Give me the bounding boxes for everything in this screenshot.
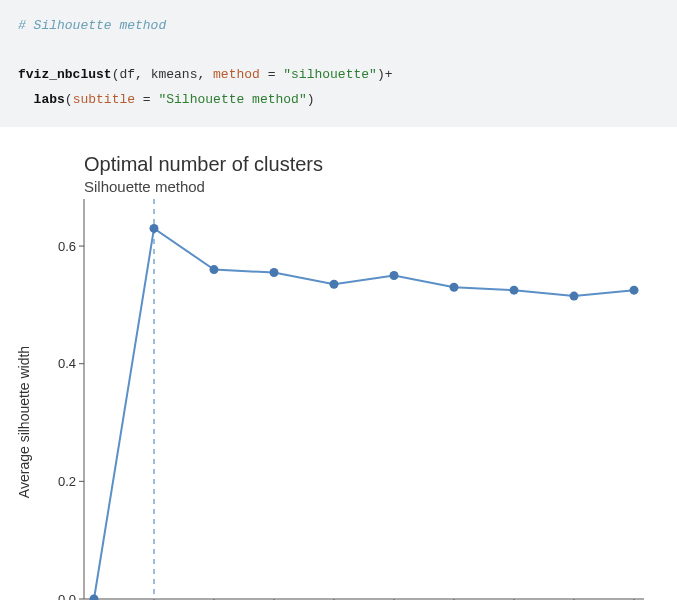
svg-point-19 [210,265,219,274]
svg-point-20 [270,268,279,277]
svg-point-22 [390,271,399,280]
y-tick-label: 0.6 [58,238,76,253]
y-tick-label: 0.2 [58,474,76,489]
svg-point-26 [630,285,639,294]
svg-point-18 [150,224,159,233]
y-axis-label: Average silhouette width [16,346,32,498]
chart-container: Optimal number of clusters Silhouette me… [0,127,677,600]
svg-point-24 [510,285,519,294]
chart-title: Optimal number of clusters [84,153,659,176]
svg-point-25 [570,291,579,300]
svg-point-23 [450,282,459,291]
chart-panel: Average silhouette width 0.00.20.40.6 12… [36,199,659,600]
code-comment: # Silhouette method [18,18,166,33]
svg-point-21 [330,280,339,289]
svg-point-17 [90,594,99,600]
code-fn2: labs [34,92,65,107]
y-tick-label: 0.4 [58,356,76,371]
y-tick-label: 0.0 [58,591,76,600]
code-block: # Silhouette method fviz_nbclust(df, kme… [0,0,677,127]
plot-wrap: 0.00.20.40.6 12345678910 Number of clust… [84,199,659,600]
chart-subtitle: Silhouette method [84,178,659,195]
code-fn1: fviz_nbclust [18,67,112,82]
line-chart-svg [84,199,644,599]
